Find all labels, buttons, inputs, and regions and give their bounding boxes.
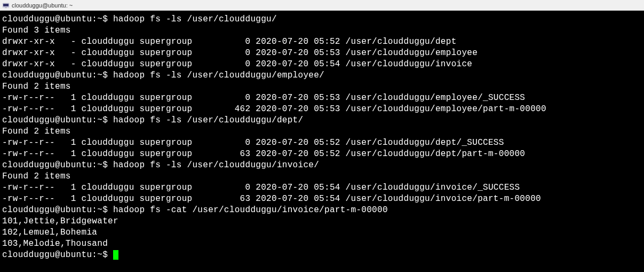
command-text: hadoop fs -ls /user/cloudduggu/invoice/ xyxy=(113,160,319,170)
output-line: drwxr-xr-x - cloudduggu supergroup 0 202… xyxy=(2,59,642,70)
putty-icon xyxy=(2,2,10,9)
output-line: 102,Lemuel,Bohemia xyxy=(2,227,642,238)
prompt-line: cloudduggu@ubuntu:~$ hadoop fs -ls /user… xyxy=(2,70,642,81)
output-line: -rw-r--r-- 1 cloudduggu supergroup 0 202… xyxy=(2,92,642,104)
terminal-area[interactable]: cloudduggu@ubuntu:~$ hadoop fs -ls /user… xyxy=(0,11,644,272)
window-title: cloudduggu@ubuntu: ~ xyxy=(12,2,73,9)
command-text: hadoop fs -ls /user/cloudduggu/employee/ xyxy=(113,71,324,80)
svg-rect-1 xyxy=(3,4,9,6)
output-line: -rw-r--r-- 1 cloudduggu supergroup 63 20… xyxy=(2,149,642,160)
svg-rect-2 xyxy=(5,7,7,8)
output-line: Found 2 items xyxy=(2,171,642,182)
prompt-line: cloudduggu@ubuntu:~$ hadoop fs -cat /use… xyxy=(2,205,642,216)
cursor xyxy=(113,250,118,260)
output-line: -rw-r--r-- 1 cloudduggu supergroup 462 2… xyxy=(2,104,642,115)
command-text: hadoop fs -cat /user/cloudduggu/invoice/… xyxy=(113,205,388,215)
shell-prompt: cloudduggu@ubuntu:~$ xyxy=(2,250,113,260)
output-line: Found 3 items xyxy=(2,25,642,36)
output-line: Found 2 items xyxy=(2,81,642,92)
output-line: -rw-r--r-- 1 cloudduggu supergroup 0 202… xyxy=(2,137,642,149)
output-line: 103,Melodie,Thousand xyxy=(2,238,642,250)
shell-prompt: cloudduggu@ubuntu:~$ xyxy=(2,71,113,80)
command-text: hadoop fs -ls /user/cloudduggu/dept/ xyxy=(113,115,303,125)
prompt-line: cloudduggu@ubuntu:~$ xyxy=(2,250,642,261)
prompt-line: cloudduggu@ubuntu:~$ hadoop fs -ls /user… xyxy=(2,14,642,25)
command-text: hadoop fs -ls /user/cloudduggu/ xyxy=(113,14,277,24)
shell-prompt: cloudduggu@ubuntu:~$ xyxy=(2,14,113,24)
output-line: drwxr-xr-x - cloudduggu supergroup 0 202… xyxy=(2,36,642,48)
output-line: drwxr-xr-x - cloudduggu supergroup 0 202… xyxy=(2,48,642,59)
prompt-line: cloudduggu@ubuntu:~$ hadoop fs -ls /user… xyxy=(2,160,642,171)
output-line: 101,Jettie,Bridgewater xyxy=(2,216,642,227)
shell-prompt: cloudduggu@ubuntu:~$ xyxy=(2,205,113,215)
output-line: -rw-r--r-- 1 cloudduggu supergroup 63 20… xyxy=(2,193,642,205)
output-line: -rw-r--r-- 1 cloudduggu supergroup 0 202… xyxy=(2,182,642,193)
shell-prompt: cloudduggu@ubuntu:~$ xyxy=(2,115,113,125)
window-titlebar[interactable]: cloudduggu@ubuntu: ~ xyxy=(0,0,644,11)
prompt-line: cloudduggu@ubuntu:~$ hadoop fs -ls /user… xyxy=(2,115,642,126)
output-line: Found 2 items xyxy=(2,126,642,137)
shell-prompt: cloudduggu@ubuntu:~$ xyxy=(2,160,113,170)
